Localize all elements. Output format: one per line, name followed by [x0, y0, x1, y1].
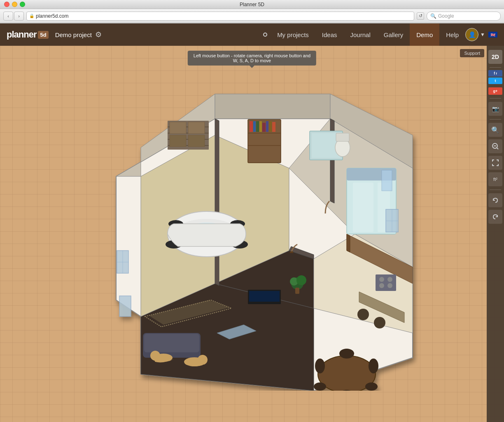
twitter-button[interactable]: t — [488, 77, 502, 84]
user-avatar[interactable]: 👤 — [465, 28, 478, 41]
zoom-in-button[interactable]: 🔍 — [488, 123, 502, 137]
camera-icon: 📷 — [492, 106, 499, 112]
dropdown-arrow[interactable]: ▼ — [480, 32, 485, 38]
google-plus-icon: g+ — [493, 89, 498, 93]
svg-marker-9 — [215, 119, 219, 286]
svg-point-42 — [379, 277, 384, 282]
sidebar-divider-1 — [490, 67, 501, 68]
settings-button[interactable]: ⚙ — [95, 30, 102, 39]
svg-point-43 — [387, 277, 392, 282]
floorplan-svg — [67, 77, 437, 391]
nav-my-projects[interactable]: My projects — [271, 23, 315, 46]
units-button[interactable]: ft² — [488, 172, 502, 186]
app-logo[interactable]: planner 5d — [7, 29, 49, 40]
tooltip-line2: W, S, A, D to move — [233, 58, 271, 63]
svg-rect-29 — [249, 291, 280, 302]
redo-button[interactable] — [488, 210, 502, 224]
zoom-in-icon: 🔍 — [491, 126, 499, 134]
twitter-icon: t — [495, 79, 496, 83]
reload-button[interactable]: ↺ — [417, 12, 424, 20]
svg-rect-74 — [253, 121, 256, 132]
sidebar-divider-4 — [490, 190, 501, 190]
google-plus-button[interactable]: g+ — [488, 87, 502, 95]
svg-rect-18 — [188, 122, 205, 134]
facebook-button[interactable]: f f — [488, 70, 502, 77]
svg-point-44 — [379, 283, 384, 288]
svg-rect-65 — [290, 251, 293, 253]
svg-point-68 — [296, 275, 306, 285]
browser-title: Planner 5D — [240, 2, 264, 7]
svg-rect-64 — [336, 133, 349, 141]
svg-marker-40 — [347, 234, 350, 252]
svg-rect-76 — [259, 121, 262, 132]
browser-titlebar: Planner 5D — [0, 0, 504, 9]
svg-point-54 — [357, 309, 369, 320]
back-button[interactable]: ‹ — [3, 12, 13, 21]
svg-point-55 — [374, 317, 385, 328]
nav-buttons: ‹ › — [3, 12, 24, 21]
svg-marker-7 — [215, 94, 330, 119]
nav-links: My projects Ideas Journal Gallery Demo H… — [271, 23, 465, 46]
redo-icon — [492, 213, 499, 220]
svg-rect-78 — [266, 121, 268, 132]
tooltip-line1: Left mouse button - rotate camera, right… — [194, 53, 310, 58]
minimize-window-button[interactable] — [12, 2, 17, 7]
camera-tooltip: Left mouse button - rotate camera, right… — [188, 51, 316, 66]
svg-rect-20 — [188, 135, 205, 147]
zoom-out-button[interactable] — [488, 139, 502, 153]
address-text: planner5d.com — [36, 13, 68, 19]
svg-point-49 — [369, 359, 378, 373]
fullscreen-icon — [492, 159, 499, 166]
sidebar-divider-2 — [490, 98, 501, 98]
main-content: Left mouse button - rotate camera, right… — [0, 46, 504, 422]
svg-point-53 — [315, 359, 325, 373]
nav-ideas[interactable]: Ideas — [315, 23, 344, 46]
svg-rect-80 — [272, 122, 275, 132]
svg-point-50 — [365, 382, 378, 391]
nav-demo[interactable]: Demo — [410, 23, 439, 46]
floorplan-container[interactable] — [0, 46, 504, 422]
undo-button[interactable] — [488, 193, 502, 207]
facebook-label: f — [496, 72, 497, 75]
undo-icon — [492, 197, 499, 204]
app-navbar: planner 5d Demo project ⚙ My projects Id… — [0, 23, 504, 46]
screenshot-button[interactable]: 📷 — [488, 102, 502, 116]
svg-rect-69 — [295, 288, 299, 294]
search-bar[interactable]: 🔍 Google — [427, 12, 501, 21]
nav-journal[interactable]: Journal — [344, 23, 377, 46]
right-sidebar: 2D f f t g+ 📷 🔍 — [487, 46, 504, 422]
svg-rect-75 — [256, 121, 259, 132]
sidebar-divider-3 — [490, 119, 501, 120]
maximize-window-button[interactable] — [20, 2, 25, 7]
svg-rect-17 — [170, 122, 186, 134]
logo-5d: 5d — [38, 31, 48, 39]
forward-button[interactable]: › — [14, 12, 24, 21]
language-flag[interactable]: 🇬🇧 — [488, 32, 497, 38]
svg-rect-31 — [144, 334, 199, 352]
nav-dot — [263, 33, 267, 37]
close-window-button[interactable] — [4, 2, 9, 7]
search-placeholder: Google — [438, 13, 454, 19]
svg-point-48 — [339, 349, 354, 359]
lock-icon: 🔒 — [29, 14, 34, 18]
svg-point-52 — [314, 382, 326, 391]
svg-rect-73 — [250, 121, 253, 132]
svg-rect-77 — [262, 123, 266, 132]
svg-rect-19 — [170, 135, 186, 147]
2d-label: 2D — [492, 54, 499, 60]
search-icon: 🔍 — [430, 13, 436, 19]
address-bar[interactable]: 🔒 planner5d.com — [26, 12, 414, 21]
svg-rect-58 — [353, 183, 373, 232]
units-label: ft² — [493, 177, 497, 182]
svg-line-90 — [497, 148, 498, 149]
fullscreen-button[interactable] — [488, 156, 502, 170]
nav-gallery[interactable]: Gallery — [377, 23, 410, 46]
zoom-out-icon — [492, 143, 499, 150]
logo-text: planner — [7, 29, 36, 40]
window-buttons — [4, 2, 25, 7]
svg-rect-79 — [269, 121, 272, 132]
nav-help[interactable]: Help — [439, 23, 465, 46]
view-2d-button[interactable]: 2D — [488, 50, 502, 64]
nav-user: 👤 ▼ 🇬🇧 — [465, 28, 497, 41]
svg-rect-87 — [119, 296, 131, 316]
